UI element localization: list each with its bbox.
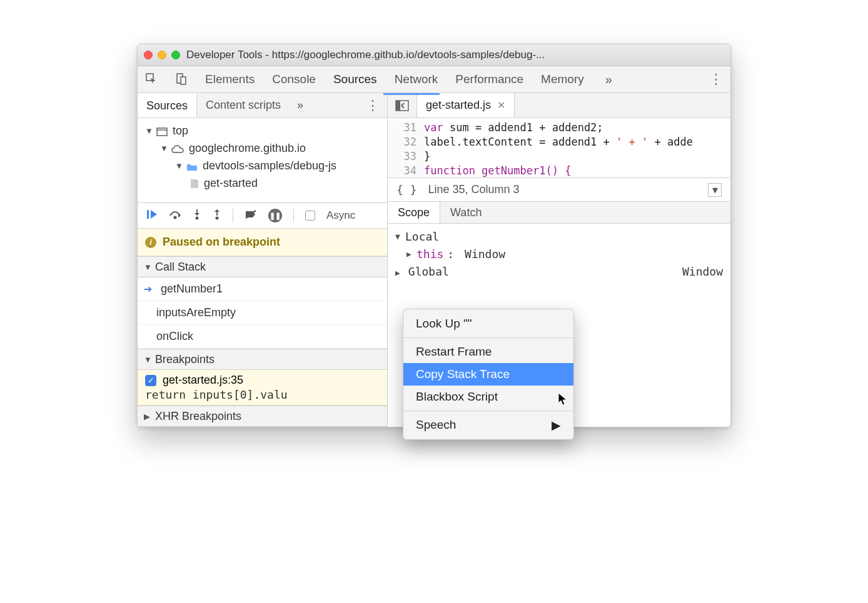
maximize-window-icon[interactable] (171, 51, 180, 59)
tab-network[interactable]: Network (395, 72, 438, 86)
deactivate-breakpoints-icon[interactable] (245, 209, 257, 222)
svg-rect-2 (181, 77, 186, 84)
tree-folder[interactable]: ▼ devtools-samples/debug-js (143, 157, 382, 174)
disclosure-triangle-icon[interactable]: ▶ (395, 268, 401, 277)
tree-file[interactable]: get-started (143, 174, 382, 192)
pause-exceptions-icon[interactable]: ❚❚ (268, 209, 282, 222)
step-over-icon[interactable] (169, 209, 181, 222)
disclosure-triangle-icon[interactable]: ▼ (144, 262, 150, 272)
subtab-sources[interactable]: Sources (138, 93, 197, 117)
editor-tab[interactable]: get-started.js ✕ (417, 93, 515, 117)
main-tab-bar: Elements Console Sources Network Perform… (138, 66, 730, 93)
ctx-speech[interactable]: Speech▶ (403, 414, 573, 436)
subtabs-kebab-icon[interactable]: ⋮ (358, 97, 387, 114)
resume-icon[interactable] (146, 209, 158, 223)
tree-file-label: get-started (204, 177, 258, 190)
window-frame-icon (156, 124, 168, 137)
window-titlebar: Developer Tools - https://googlechrome.g… (138, 44, 730, 66)
submenu-arrow-icon: ▶ (552, 418, 561, 432)
tab-console[interactable]: Console (272, 72, 316, 86)
scope-this-key: this (416, 247, 443, 261)
scope-global[interactable]: ▶ Global Window (395, 262, 723, 280)
left-pane: Sources Content scripts » ⋮ ▼ top ▼ goog… (138, 93, 388, 427)
tab-sources[interactable]: Sources (333, 72, 377, 86)
async-checkbox[interactable] (305, 211, 315, 221)
tree-top[interactable]: ▼ top (143, 122, 382, 139)
tab-scope[interactable]: Scope (388, 202, 440, 223)
pretty-print-icon[interactable]: { } (396, 183, 417, 196)
toolbar-divider (293, 209, 294, 222)
scope-global-label: Global (408, 265, 449, 278)
code-editor[interactable]: 31 var sum = addend1 + addend2; 32 label… (388, 118, 730, 177)
close-window-icon[interactable] (144, 51, 153, 59)
xhr-breakpoints-header[interactable]: ▶ XHR Breakpoints (138, 406, 387, 427)
breakpoint-checkbox[interactable]: ✓ (145, 375, 156, 386)
disclosure-triangle-icon[interactable]: ▼ (145, 126, 151, 136)
navigator-toggle-icon[interactable] (388, 93, 417, 117)
svg-rect-13 (396, 101, 400, 111)
step-into-icon[interactable] (193, 209, 201, 223)
line-number: 31 (388, 121, 424, 135)
scope-global-value: Window (682, 265, 723, 278)
sources-subtabs: Sources Content scripts » ⋮ (138, 93, 387, 118)
breakpoints-header[interactable]: ▼ Breakpoints (138, 349, 387, 370)
tree-top-label: top (173, 124, 188, 137)
disclosure-triangle-icon[interactable]: ▼ (144, 355, 150, 364)
scope-panel: ▼ Local ▶ this: Window ▶ Global Window (388, 224, 730, 284)
disclosure-triangle-icon[interactable]: ▶ (406, 249, 413, 259)
inspect-element-icon[interactable] (145, 72, 158, 86)
callstack-item[interactable]: onClick (138, 325, 387, 349)
callstack-item[interactable]: inputsAreEmpty (138, 301, 387, 325)
disclosure-triangle-icon[interactable]: ▶ (144, 412, 150, 421)
device-toggle-icon[interactable] (175, 72, 188, 86)
editor-tab-label: get-started.js (426, 99, 491, 112)
tree-domain[interactable]: ▼ googlechrome.github.io (143, 139, 382, 157)
xhr-breakpoints-label: XHR Breakpoints (155, 410, 241, 423)
disclosure-triangle-icon[interactable]: ▼ (395, 232, 401, 241)
step-out-icon[interactable] (213, 209, 221, 223)
line-number: 32 (388, 135, 424, 149)
scope-this-value: Window (465, 247, 505, 261)
subtab-content-scripts[interactable]: Content scripts (197, 93, 290, 117)
tab-memory[interactable]: Memory (541, 72, 584, 86)
pause-banner: i Paused on breakpoint (138, 229, 387, 256)
pause-banner-text: Paused on breakpoint (163, 236, 280, 249)
mouse-cursor-icon (558, 392, 569, 410)
tab-performance[interactable]: Performance (455, 72, 523, 86)
scope-local[interactable]: ▼ Local (395, 227, 723, 245)
breakpoint-code-preview: return inputs[0].valu (145, 388, 380, 401)
ctx-blackbox-script[interactable]: Blackbox Script (403, 386, 573, 408)
svg-rect-5 (147, 210, 149, 219)
file-icon (190, 177, 199, 190)
callstack-item-label: inputsAreEmpty (156, 306, 236, 319)
minimize-window-icon[interactable] (158, 51, 166, 59)
svg-point-6 (174, 216, 177, 219)
breakpoint-item[interactable]: ✓ get-started.js:35 return inputs[0].val… (138, 370, 387, 406)
svg-point-8 (196, 216, 199, 219)
tab-watch[interactable]: Watch (440, 202, 492, 223)
settings-kebab-icon[interactable]: ⋮ (709, 71, 723, 87)
disclosure-triangle-icon[interactable]: ▼ (160, 144, 166, 153)
menu-separator (403, 411, 573, 411)
ctx-copy-stack-trace[interactable]: Copy Stack Trace (403, 363, 573, 386)
current-frame-icon: ➔ (144, 283, 152, 295)
more-subtabs-icon[interactable]: » (290, 99, 311, 112)
disclosure-triangle-icon[interactable]: ▼ (175, 161, 181, 171)
callstack-header[interactable]: ▼ Call Stack (138, 256, 387, 277)
cloud-icon (171, 142, 184, 155)
callstack-header-label: Call Stack (155, 261, 206, 274)
breakpoint-label: get-started.js:35 (163, 374, 243, 387)
callstack-item-label: onClick (156, 330, 193, 343)
toolbar-divider (233, 209, 233, 222)
ctx-restart-frame[interactable]: Restart Frame (403, 341, 573, 363)
scope-local-label: Local (405, 230, 439, 243)
close-tab-icon[interactable]: ✕ (497, 99, 505, 111)
tab-elements[interactable]: Elements (205, 72, 255, 86)
traffic-lights (144, 51, 180, 59)
ctx-look-up[interactable]: Look Up "" (403, 312, 573, 335)
status-dropdown-icon[interactable]: ▾ (708, 183, 722, 197)
more-tabs-icon[interactable]: » (605, 72, 612, 87)
scope-this[interactable]: ▶ this: Window (395, 245, 723, 262)
window-title: Developer Tools - https://googlechrome.g… (186, 49, 545, 61)
callstack-item[interactable]: ➔ getNumber1 (138, 277, 387, 301)
